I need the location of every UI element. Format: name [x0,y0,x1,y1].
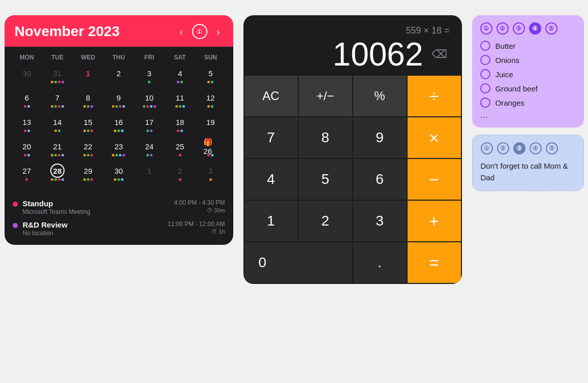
cal-date[interactable]: 17 [142,115,157,129]
calc-2-button[interactable]: 2 [299,201,352,241]
cal-cell[interactable]: 29 [73,163,103,187]
cal-cell[interactable]: 11 [165,89,195,114]
cal-cell[interactable]: 31 [42,65,73,89]
cal-date[interactable]: 15 [81,115,95,129]
check-circle[interactable] [480,69,490,79]
checklist-item-onions[interactable]: Onions [480,55,576,65]
cal-cell[interactable]: 4 [165,65,195,89]
cal-cell[interactable]: 17 [134,114,165,138]
cal-date[interactable]: 6 [20,90,34,105]
cal-cell[interactable]: 🎁26 [195,138,226,163]
cal-date[interactable]: 19 [203,115,218,129]
cal-date[interactable]: 4 [173,66,187,80]
cal-date[interactable]: 25 [173,139,187,153]
checklist-item-butter[interactable]: Butter [480,41,576,51]
cal-date[interactable]: 1 [142,164,157,178]
cal-cell[interactable]: 3 [195,163,226,187]
calc-8-button[interactable]: 8 [299,117,352,158]
calc-decimal-button[interactable]: . [353,242,407,283]
cal-cell[interactable]: 20 [12,138,42,163]
cal-date[interactable]: 18 [173,115,187,129]
cal-cell[interactable]: 28 [42,163,73,187]
cal-date[interactable]: 🎁26 [203,139,218,153]
check-circle[interactable] [480,83,490,93]
cal-cell[interactable]: 12 [195,89,226,114]
calc-multiply-button[interactable]: × [408,117,461,158]
checklist-item-oranges[interactable]: Oranges [480,98,576,108]
cal-cell[interactable]: 5 [195,65,226,89]
calc-percent-button[interactable]: % [353,76,407,116]
calendar-circle-btn[interactable]: ① [192,24,207,39]
cal-cell[interactable]: 18 [165,114,195,138]
cal-date[interactable]: 12 [203,90,218,105]
cal-cell[interactable]: 10 [134,89,165,114]
cal-cell[interactable]: 9 [103,89,134,114]
calc-3-button[interactable]: 3 [353,201,407,241]
calc-0-button[interactable]: 0 [244,242,352,283]
calc-4-button[interactable]: 4 [244,159,298,200]
event-standup[interactable]: Standup Microsoft Teams Meeting 4:00 PM … [13,199,225,215]
cal-date[interactable]: 23 [111,139,126,153]
calc-6-button[interactable]: 6 [353,159,407,200]
step-2-blue[interactable]: ② [497,142,509,154]
cal-cell[interactable]: 24 [134,138,165,163]
checklist-item-juice[interactable]: Juice [480,69,576,79]
cal-cell[interactable]: 16 [103,114,134,138]
calc-5-button[interactable]: 5 [299,159,352,200]
cal-cell[interactable]: 15 [73,114,103,138]
cal-date[interactable]: 10 [142,90,157,105]
checklist-item-ground-beef[interactable]: Ground beef [480,83,576,93]
event-rd-review[interactable]: R&D Review No location 11:00 PM - 12:00 … [13,220,225,237]
cal-date[interactable]: 20 [20,139,34,153]
cal-cell[interactable]: 2 [165,163,195,187]
cal-cell[interactable]: 23 [103,138,134,163]
cal-date[interactable]: 3 [142,66,157,80]
cal-date[interactable]: 27 [20,164,34,178]
cal-date[interactable]: 13 [20,115,34,129]
calc-divide-button[interactable]: ÷ [408,76,461,116]
cal-date[interactable]: 11 [173,90,187,105]
step-2[interactable]: ② [497,22,509,35]
cal-cell[interactable]: 1 [73,65,103,89]
cal-cell[interactable]: 7 [42,89,73,114]
cal-cell[interactable]: 19 [195,114,226,138]
check-circle[interactable] [480,98,490,108]
cal-cell[interactable]: 13 [12,114,42,138]
cal-date[interactable]: 8 [81,90,95,105]
cal-date[interactable]: 7 [50,90,65,105]
cal-cell[interactable]: 8 [73,89,103,114]
cal-date[interactable]: 2 [173,164,187,178]
cal-cell[interactable]: 3 [134,65,165,89]
step-5-blue[interactable]: ⑤ [546,142,558,154]
calc-equals-button[interactable]: = [408,242,461,283]
check-circle[interactable] [480,55,490,65]
cal-date[interactable]: 30 [20,66,34,80]
cal-cell[interactable]: 21 [42,138,73,163]
calc-plusminus-button[interactable]: +/− [299,76,352,116]
cal-date[interactable]: 22 [81,139,95,153]
step-4-blue[interactable]: ④ [530,142,542,154]
step-5[interactable]: ⑤ [545,22,558,35]
cal-date[interactable]: 1 [81,66,95,80]
cal-date[interactable]: 2 [111,66,126,80]
step-1-blue[interactable]: ① [481,142,493,154]
cal-date[interactable]: 29 [81,164,95,178]
step-4-active[interactable]: ④ [529,22,541,35]
calc-1-button[interactable]: 1 [244,201,298,241]
cal-date[interactable]: 31 [50,66,65,80]
cal-cell[interactable]: 2 [103,65,134,89]
calc-ac-button[interactable]: AC [244,76,298,116]
step-3[interactable]: ③ [513,22,525,35]
cal-cell[interactable]: 22 [73,138,103,163]
cal-date[interactable]: 9 [111,90,126,105]
check-circle[interactable] [480,41,490,51]
cal-cell[interactable]: 27 [12,163,42,187]
cal-cell[interactable]: 14 [42,114,73,138]
cal-date[interactable]: 30 [111,164,126,178]
cal-cell[interactable]: 1 [134,163,165,187]
cal-date[interactable]: 16 [111,115,126,129]
backspace-button[interactable]: ⌫ [429,44,450,65]
calendar-prev-btn[interactable]: ‹ [176,25,186,39]
cal-date[interactable]: 24 [142,139,157,153]
cal-date[interactable]: 3 [203,164,218,178]
